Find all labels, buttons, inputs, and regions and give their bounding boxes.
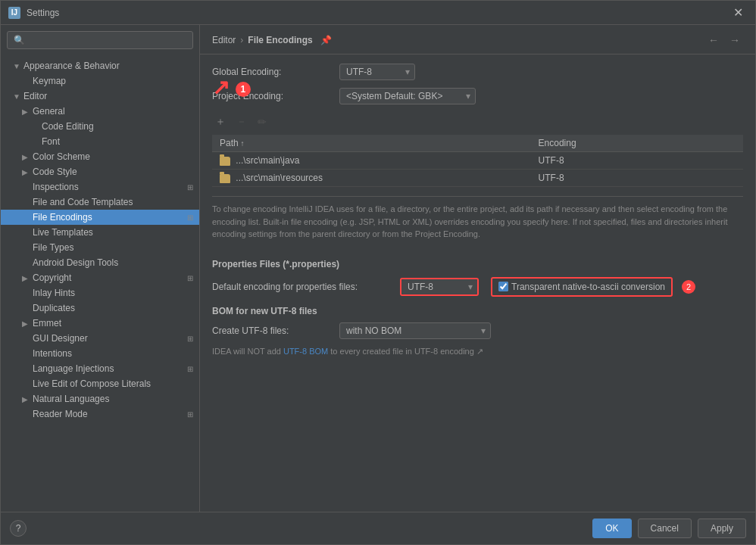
search-box[interactable]: 🔍 bbox=[7, 31, 193, 49]
default-encoding-highlight: UTF-8 bbox=[400, 278, 479, 296]
table-row[interactable]: ...\src\main\resources UTF-8 bbox=[212, 170, 743, 187]
nav-forward-button[interactable]: → bbox=[726, 33, 743, 48]
sidebar-item-label: General bbox=[33, 106, 65, 117]
sidebar-item-language-injections[interactable]: Language Injections ⊞ bbox=[1, 361, 199, 376]
sidebar-item-intentions[interactable]: Intentions bbox=[1, 346, 199, 361]
sidebar-item-file-code-templates[interactable]: File and Code Templates bbox=[1, 195, 199, 210]
sidebar-item-font[interactable]: Font bbox=[1, 134, 199, 149]
apply-button[interactable]: Apply bbox=[698, 519, 746, 538]
breadcrumb-separator: › bbox=[240, 35, 243, 45]
sidebar-item-code-editing[interactable]: Code Editing bbox=[1, 119, 199, 134]
default-encoding-dropdown[interactable]: UTF-8 bbox=[401, 279, 477, 294]
global-encoding-dropdown[interactable]: UTF-8 bbox=[339, 64, 415, 80]
create-utf8-value: with NO BOM bbox=[346, 325, 401, 336]
sidebar-item-label: Copyright bbox=[33, 272, 71, 283]
annotation-number-2: 2 bbox=[682, 280, 695, 294]
settings-badge: ⊞ bbox=[187, 365, 193, 373]
create-utf8-dropdown[interactable]: with NO BOM bbox=[339, 322, 491, 339]
sidebar-item-copyright[interactable]: ▶ Copyright ⊞ bbox=[1, 270, 199, 285]
bottom-right: OK Cancel Apply bbox=[592, 519, 746, 538]
sidebar-item-emmet[interactable]: ▶ Emmet bbox=[1, 316, 199, 331]
edit-button[interactable]: ✏ bbox=[255, 114, 270, 130]
encoding-column-header[interactable]: Encoding bbox=[531, 135, 743, 152]
info-text: To change encoding IntelliJ IDEA uses fo… bbox=[212, 196, 743, 247]
search-input[interactable] bbox=[30, 35, 186, 45]
bom-section: BOM for new UTF-8 files Create UTF-8 fil… bbox=[212, 306, 743, 357]
transparent-checkbox[interactable] bbox=[498, 282, 508, 291]
sidebar-item-file-encodings[interactable]: File Encodings ⊞ bbox=[1, 210, 199, 225]
sidebar-item-label: File Encodings bbox=[33, 212, 92, 223]
window-title: Settings bbox=[27, 8, 729, 18]
sidebar-item-label: Appearance & Behavior bbox=[23, 61, 120, 71]
default-encoding-label: Default encoding for properties files: bbox=[212, 282, 394, 292]
settings-badge: ⊞ bbox=[187, 183, 193, 192]
bottom-bar: ? OK Cancel Apply bbox=[1, 512, 755, 544]
path-value: ...\src\main\java bbox=[236, 155, 299, 166]
sidebar-item-duplicates[interactable]: Duplicates bbox=[1, 301, 199, 316]
project-encoding-dropdown[interactable]: <System Default: GBK> bbox=[339, 88, 476, 104]
sidebar-item-color-scheme[interactable]: ▶ Color Scheme bbox=[1, 149, 199, 164]
expand-arrow-icon: ▼ bbox=[13, 62, 20, 70]
close-button[interactable]: ✕ bbox=[729, 4, 748, 21]
panel-header: Editor › File Encodings 📌 ← → bbox=[200, 25, 755, 54]
sidebar-item-live-edit[interactable]: Live Edit of Compose Literals bbox=[1, 376, 199, 391]
sidebar-item-keymap[interactable]: Keymap bbox=[1, 73, 199, 89]
sidebar-item-gui-designer[interactable]: GUI Designer ⊞ bbox=[1, 331, 199, 346]
settings-badge: ⊞ bbox=[187, 410, 193, 419]
nav-back-button[interactable]: ← bbox=[705, 33, 722, 48]
properties-section: Properties Files (*.properties) Default … bbox=[212, 259, 743, 297]
path-value: ...\src\main\resources bbox=[236, 173, 323, 183]
project-encoding-value: <System Default: GBK> bbox=[346, 91, 442, 101]
idea-note: IDEA will NOT add UTF-8 BOM to every cre… bbox=[212, 347, 743, 357]
breadcrumb-root: Editor bbox=[212, 35, 236, 45]
table-cell-path: ...\src\main\java bbox=[212, 152, 531, 170]
sidebar-item-general[interactable]: ▶ General bbox=[1, 104, 199, 119]
create-utf8-label: Create UTF-8 files: bbox=[212, 325, 333, 336]
bottom-left: ? bbox=[10, 520, 27, 537]
titlebar: IJ Settings ✕ bbox=[1, 1, 755, 25]
sidebar-item-label: Live Templates bbox=[33, 227, 93, 238]
transparent-checkbox-item: Transparent native-to-ascii conversion bbox=[492, 279, 671, 295]
settings-tree: ▼ Appearance & Behavior Keymap ▼ Editor … bbox=[1, 55, 199, 512]
ok-button[interactable]: OK bbox=[592, 519, 631, 538]
sidebar-item-label: Reader Mode bbox=[33, 409, 88, 419]
sidebar-item-label: Live Edit of Compose Literals bbox=[33, 378, 151, 389]
help-button[interactable]: ? bbox=[10, 520, 27, 537]
expand-arrow-icon: ▶ bbox=[22, 168, 30, 176]
global-encoding-row: Global Encoding: UTF-8 bbox=[212, 64, 743, 80]
sidebar-item-inspections[interactable]: Inspections ⊞ bbox=[1, 179, 199, 195]
sidebar-item-reader-mode[interactable]: Reader Mode ⊞ bbox=[1, 406, 199, 422]
expand-arrow-icon: ▶ bbox=[22, 153, 30, 161]
sidebar-item-live-templates[interactable]: Live Templates bbox=[1, 225, 199, 240]
panel-content: Global Encoding: UTF-8 Project Encoding:… bbox=[200, 54, 755, 512]
sidebar-item-appearance[interactable]: ▼ Appearance & Behavior bbox=[1, 58, 199, 73]
table-row[interactable]: ...\src\main\java UTF-8 bbox=[212, 152, 743, 170]
add-button[interactable]: ＋ bbox=[212, 114, 229, 130]
bom-title: BOM for new UTF-8 files bbox=[212, 306, 743, 316]
table-cell-path: ...\src\main\resources bbox=[212, 170, 531, 187]
sidebar-item-label: Inspections bbox=[33, 182, 79, 192]
sidebar-item-label: Natural Languages bbox=[33, 394, 109, 404]
annotation-2-num: 2 bbox=[682, 279, 695, 294]
main-panel: Editor › File Encodings 📌 ← → Global Enc… bbox=[200, 25, 755, 512]
remove-button[interactable]: － bbox=[233, 114, 250, 130]
app-icon: IJ bbox=[8, 7, 20, 19]
default-encoding-value: UTF-8 bbox=[408, 282, 433, 292]
sidebar-item-file-types[interactable]: File Types bbox=[1, 240, 199, 255]
global-encoding-label: Global Encoding: bbox=[212, 67, 333, 77]
settings-badge: ⊞ bbox=[187, 335, 193, 343]
path-column-header[interactable]: Path bbox=[212, 135, 531, 152]
cancel-button[interactable]: Cancel bbox=[638, 519, 692, 538]
main-content: 🔍 ▼ Appearance & Behavior Keymap ▼ Edito… bbox=[1, 25, 755, 512]
pin-icon[interactable]: 📌 bbox=[320, 35, 332, 45]
settings-badge: ⊞ bbox=[187, 213, 193, 222]
expand-arrow-icon: ▶ bbox=[22, 395, 30, 403]
sidebar-item-android-design[interactable]: Android Design Tools bbox=[1, 255, 199, 270]
sidebar-item-natural-languages[interactable]: ▶ Natural Languages bbox=[1, 391, 199, 406]
utf8-bom-link[interactable]: UTF-8 BOM bbox=[283, 347, 328, 356]
sidebar-item-inlay-hints[interactable]: Inlay Hints bbox=[1, 285, 199, 301]
sidebar-item-label: File and Code Templates bbox=[33, 197, 133, 207]
sidebar-item-label: Keymap bbox=[33, 76, 66, 86]
sidebar-item-editor[interactable]: ▼ Editor bbox=[1, 89, 199, 104]
sidebar-item-code-style[interactable]: ▶ Code Style bbox=[1, 164, 199, 179]
